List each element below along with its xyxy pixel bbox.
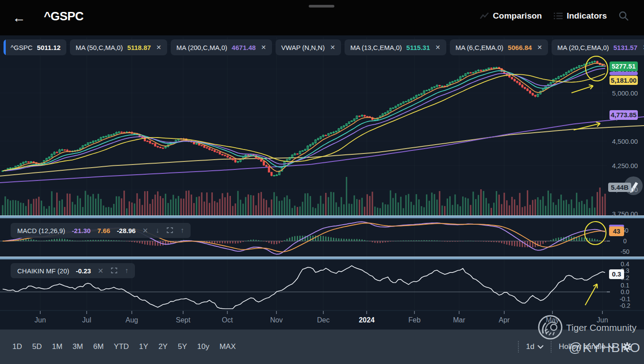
chaikin-close-icon[interactable]: ✕: [98, 267, 104, 275]
chip-label: MA (20,C,EMA,0): [557, 44, 609, 51]
axis-tick-label: 0.0: [609, 288, 641, 296]
range-button-5y[interactable]: 5Y: [178, 342, 187, 351]
user-watermark: @KYHBKO: [569, 340, 641, 355]
axis-tick-label: -50: [609, 248, 641, 256]
indicator-chip-ma-6-c-ema-0-[interactable]: MA (6,C,EMA,0)5066.84✕: [450, 39, 548, 55]
chip-close-icon[interactable]: ✕: [260, 44, 266, 51]
ma-price-badge-partial: [610, 72, 638, 75]
chip-label: VWAP (N,N,N): [281, 44, 325, 51]
chip-value: 4671.48: [232, 44, 256, 51]
trading-app-screen: ← ^GSPC Comparison Indicators: [0, 0, 644, 364]
chip-label: ^GSPC: [11, 44, 33, 51]
indicator-chip--gspc[interactable]: ^GSPC5011.12: [4, 39, 66, 55]
indicator-chip-ma-50-c-ma-0-[interactable]: MA (50,C,MA,0)5118.87✕: [70, 39, 167, 55]
axis-tick-label: 3,750.00: [609, 210, 641, 218]
indicator-chip-row: ^GSPC5011.12MA (50,C,MA,0)5118.87✕MA (20…: [4, 39, 644, 55]
indicator-chip-ma-200-c-ma-0-[interactable]: MA (200,C,MA,0)4671.48✕: [171, 39, 272, 55]
month-label-jun: Jun: [27, 316, 54, 324]
drag-handle[interactable]: [309, 5, 334, 8]
macd-title: MACD (12,26,9): [17, 227, 65, 234]
range-button-max[interactable]: MAX: [219, 342, 236, 351]
range-button-6m[interactable]: 6M: [93, 342, 104, 351]
axis-tick-label: 5,000.00: [609, 89, 641, 97]
macd-move-up-icon[interactable]: ↑: [180, 226, 184, 234]
chaikin-move-up-icon[interactable]: ↑: [125, 267, 128, 275]
chip-close-icon[interactable]: ✕: [329, 44, 335, 51]
ma200-price-badge: 4,773.85: [610, 110, 638, 120]
month-label-aug: Aug: [119, 316, 145, 324]
indicator-chip-ma-13-c-ema-0-[interactable]: MA (13,C,EMA,0)5115.31✕: [345, 39, 446, 55]
month-label-jul: Jul: [73, 316, 100, 324]
chevron-down-icon: [537, 345, 544, 349]
chip-label: MA (13,C,EMA,0): [350, 44, 402, 51]
chaikin-maximize-icon[interactable]: [111, 267, 117, 275]
axis-tick-label: 4,500.00: [609, 138, 641, 145]
chip-value: 5131.57: [613, 44, 637, 51]
chip-value: 5118.87: [127, 44, 151, 51]
chip-close-icon[interactable]: ✕: [434, 44, 441, 51]
chaikin-title: CHAIKIN MF (20): [17, 267, 69, 275]
axis-tick-label: 4,250.00: [609, 162, 641, 169]
chaikin-value: -0.23: [76, 267, 91, 275]
comparison-label: Comparison: [493, 11, 542, 21]
macd-panel-header: MACD (12,26,9) -21.30 7.66 -28.96 ✕ ↓ ↑: [11, 223, 191, 238]
volume-axis-badge: 5.44B: [608, 183, 631, 192]
interval-dropdown[interactable]: 1d: [526, 342, 544, 351]
month-label-mar: Mar: [446, 316, 472, 324]
range-button-2y[interactable]: 2Y: [158, 342, 168, 351]
macd-close-icon[interactable]: ✕: [142, 226, 148, 235]
month-label-apr: Apr: [491, 316, 518, 324]
macd-value-3: -28.96: [117, 227, 136, 234]
month-label-feb: Feb: [401, 316, 428, 324]
chip-label: MA (50,C,MA,0): [76, 44, 123, 51]
interval-value: 1d: [526, 342, 534, 351]
month-label-sept: Sept: [170, 316, 196, 324]
tiger-community-logo: [537, 314, 564, 341]
chip-value: 5115.31: [406, 44, 430, 51]
range-button-1y[interactable]: 1Y: [139, 342, 148, 351]
range-button-10y[interactable]: 10y: [197, 342, 209, 351]
range-buttons: 1D5D1M3M6MYTD1Y2Y5Y10yMAX: [12, 330, 236, 364]
symbol-title: ^GSPC: [44, 10, 84, 23]
month-label-2024: 2024: [353, 316, 380, 324]
macd-signal-badge: 43: [609, 226, 624, 236]
chip-value: 5011.12: [37, 44, 61, 51]
ma-price-badge-yellow: 5,181.00: [610, 76, 638, 85]
back-button[interactable]: ←: [12, 9, 26, 27]
indicators-button[interactable]: Indicators: [553, 11, 607, 21]
chip-close-icon[interactable]: ✕: [155, 44, 161, 51]
chaikin-value-badge: 0.3: [609, 269, 624, 279]
indicators-list-icon: [553, 11, 563, 20]
search-icon[interactable]: [618, 11, 629, 21]
axis-tick-label: 0: [609, 238, 641, 245]
chip-label: MA (200,C,MA,0): [176, 44, 227, 51]
indicator-chip-vwap-n-n-n-[interactable]: VWAP (N,N,N)✕: [276, 39, 341, 55]
range-button-1d[interactable]: 1D: [12, 342, 22, 351]
active-chip-accent: [4, 39, 6, 55]
month-label-dec: Dec: [310, 316, 337, 324]
month-label-nov: Nov: [263, 316, 290, 324]
chip-value: 5066.84: [508, 44, 532, 51]
macd-value-2: 7.66: [97, 227, 110, 234]
month-label-oct: Oct: [214, 316, 241, 324]
range-button-1m[interactable]: 1M: [52, 342, 62, 351]
macd-value-1: -21.30: [72, 227, 91, 234]
macd-maximize-icon[interactable]: [167, 226, 173, 234]
tiger-community-watermark: Tiger Community: [566, 322, 636, 333]
range-button-ytd[interactable]: YTD: [114, 342, 129, 351]
indicators-label: Indicators: [567, 11, 607, 21]
chip-close-icon[interactable]: ✕: [642, 44, 644, 51]
range-button-5d[interactable]: 5D: [32, 342, 42, 351]
axis-tick-label: -0.2: [609, 302, 641, 310]
chip-close-icon[interactable]: ✕: [536, 44, 542, 51]
range-button-3m[interactable]: 3M: [73, 342, 83, 351]
last-price-badge: 5277.51: [610, 61, 638, 71]
comparison-button[interactable]: Comparison: [479, 11, 542, 21]
chip-label: MA (6,C,EMA,0): [456, 44, 503, 51]
toolbar-divider: [518, 341, 519, 353]
toolbar-divider: [551, 341, 552, 353]
macd-move-down-icon[interactable]: ↓: [156, 226, 159, 234]
comparison-zigzag-icon: [479, 11, 489, 20]
indicator-chip-ma-20-c-ema-0-[interactable]: MA (20,C,EMA,0)5131.57✕: [552, 39, 644, 55]
top-bar: ← ^GSPC Comparison Indicators: [0, 0, 644, 35]
